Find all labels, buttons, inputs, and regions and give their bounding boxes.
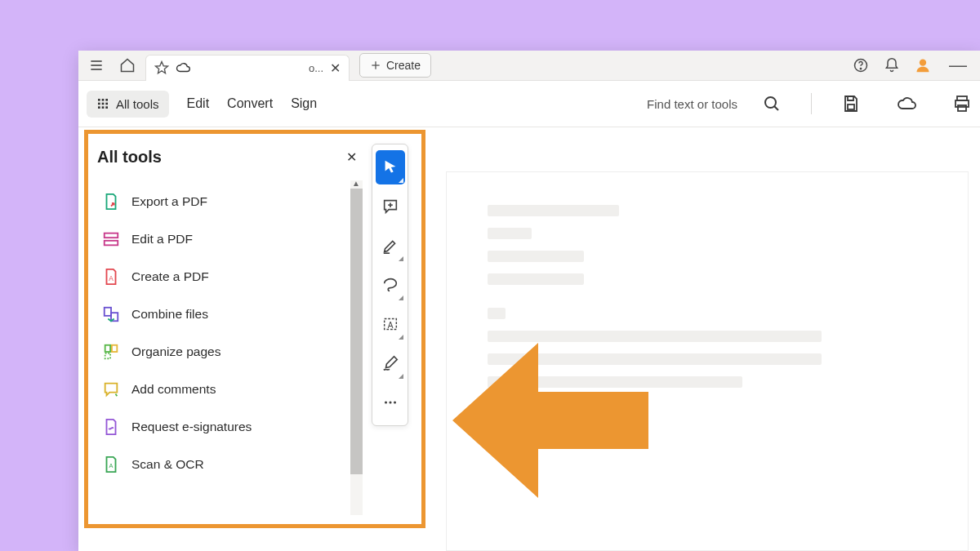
svg-text:A: A bbox=[387, 321, 393, 330]
scan-ocr-icon: A bbox=[102, 455, 120, 473]
svg-point-7 bbox=[920, 60, 926, 66]
save-icon[interactable] bbox=[841, 94, 861, 113]
svg-rect-11 bbox=[98, 103, 100, 105]
scrollbar-thumb[interactable] bbox=[350, 189, 363, 474]
add-comments-icon bbox=[102, 380, 120, 398]
svg-point-17 bbox=[765, 97, 776, 108]
svg-rect-16 bbox=[105, 106, 108, 109]
export-pdf-icon bbox=[102, 193, 120, 211]
create-pdf-icon: A bbox=[102, 268, 120, 286]
tab-title-redacted bbox=[197, 60, 302, 75]
combine-files-icon bbox=[102, 305, 120, 323]
main-toolbar: All tools Edit Convert Sign Find text or… bbox=[78, 81, 980, 127]
app-window: o... ✕ Create — All tools Edit Convert S… bbox=[78, 51, 980, 551]
select-tool[interactable] bbox=[376, 150, 405, 184]
svg-rect-30 bbox=[105, 353, 110, 358]
all-tools-panel: All tools ✕ Export a PDF Edit a PDF A bbox=[87, 133, 359, 525]
tool-export-pdf[interactable]: Export a PDF bbox=[94, 183, 359, 220]
create-label: Create bbox=[386, 59, 421, 72]
panel-title: All tools bbox=[97, 148, 340, 167]
tool-add-comments[interactable]: Add comments bbox=[94, 371, 359, 408]
tab-title-suffix: o... bbox=[309, 62, 323, 74]
tool-scan-ocr[interactable]: A Scan & OCR bbox=[94, 446, 359, 483]
titlebar: o... ✕ Create — bbox=[78, 51, 980, 81]
search-placeholder-text[interactable]: Find text or tools bbox=[647, 97, 737, 111]
tool-edit-pdf[interactable]: Edit a PDF bbox=[94, 220, 359, 258]
all-tools-label: All tools bbox=[116, 97, 159, 111]
svg-rect-28 bbox=[105, 345, 110, 352]
sign-tool[interactable] bbox=[376, 346, 405, 380]
svg-rect-23 bbox=[105, 233, 118, 238]
cloud-sync-icon[interactable] bbox=[897, 94, 916, 113]
bell-icon[interactable] bbox=[879, 52, 905, 78]
tool-label: Scan & OCR bbox=[131, 457, 204, 472]
panel-close-icon[interactable]: ✕ bbox=[340, 146, 363, 168]
window-minimize-button[interactable]: — bbox=[941, 55, 975, 76]
svg-point-37 bbox=[384, 401, 386, 403]
svg-rect-22 bbox=[958, 105, 966, 111]
svg-text:A: A bbox=[109, 462, 114, 469]
tool-label: Organize pages bbox=[131, 344, 220, 359]
text-select-tool[interactable]: A bbox=[376, 307, 405, 341]
more-tools[interactable] bbox=[376, 385, 405, 420]
menu-convert[interactable]: Convert bbox=[227, 96, 273, 111]
menu-edit[interactable]: Edit bbox=[187, 96, 210, 111]
tool-organize-pages[interactable]: Organize pages bbox=[94, 333, 359, 371]
svg-rect-8 bbox=[98, 99, 100, 101]
arrow-annotation bbox=[452, 335, 648, 506]
star-icon[interactable] bbox=[154, 60, 169, 75]
tool-label: Edit a PDF bbox=[131, 232, 193, 247]
comment-tool[interactable] bbox=[376, 189, 405, 224]
svg-rect-9 bbox=[102, 99, 105, 101]
svg-rect-14 bbox=[98, 106, 100, 109]
quick-tool-strip: A bbox=[372, 144, 408, 426]
request-esign-icon bbox=[102, 418, 120, 436]
tool-combine-files[interactable]: Combine files bbox=[94, 295, 359, 333]
menu-sign[interactable]: Sign bbox=[291, 96, 317, 111]
divider bbox=[811, 93, 812, 114]
svg-rect-13 bbox=[105, 103, 108, 105]
svg-rect-15 bbox=[102, 106, 105, 109]
tab-close-icon[interactable]: ✕ bbox=[330, 60, 341, 76]
svg-line-18 bbox=[774, 106, 778, 110]
svg-rect-12 bbox=[102, 103, 105, 105]
scroll-up-icon[interactable]: ▲ bbox=[352, 179, 360, 188]
svg-point-38 bbox=[389, 401, 391, 403]
account-avatar[interactable] bbox=[910, 52, 936, 78]
lasso-tool[interactable] bbox=[376, 268, 405, 302]
print-icon[interactable] bbox=[952, 94, 972, 113]
grid-icon bbox=[96, 97, 109, 110]
panel-scrollbar[interactable]: ▲ bbox=[350, 180, 363, 515]
tool-label: Export a PDF bbox=[131, 194, 207, 209]
document-tab[interactable]: o... ✕ bbox=[145, 55, 350, 81]
svg-point-6 bbox=[860, 69, 861, 69]
svg-rect-26 bbox=[105, 308, 111, 316]
home-icon[interactable] bbox=[114, 52, 140, 78]
search-icon[interactable] bbox=[762, 94, 782, 113]
create-button[interactable]: Create bbox=[359, 53, 431, 78]
svg-rect-19 bbox=[848, 104, 854, 109]
svg-rect-29 bbox=[112, 345, 117, 352]
svg-point-39 bbox=[393, 401, 395, 403]
svg-rect-10 bbox=[105, 99, 108, 101]
tool-list: Export a PDF Edit a PDF A Create a PDF C… bbox=[94, 180, 359, 487]
edit-pdf-icon bbox=[102, 230, 120, 248]
plus-icon bbox=[370, 60, 381, 71]
hamburger-menu-icon[interactable] bbox=[83, 52, 109, 78]
tool-label: Add comments bbox=[131, 382, 216, 397]
organize-pages-icon bbox=[102, 343, 120, 361]
all-tools-button[interactable]: All tools bbox=[87, 91, 169, 118]
tool-label: Combine files bbox=[131, 307, 208, 322]
svg-text:A: A bbox=[109, 275, 114, 282]
tool-label: Request e-signatures bbox=[131, 420, 252, 434]
help-icon[interactable] bbox=[848, 52, 874, 78]
tool-label: Create a PDF bbox=[131, 269, 209, 284]
tool-create-pdf[interactable]: A Create a PDF bbox=[94, 258, 359, 295]
highlight-tool[interactable] bbox=[376, 229, 405, 263]
svg-rect-24 bbox=[105, 241, 118, 246]
cloud-icon bbox=[176, 60, 190, 75]
tool-request-esign[interactable]: Request e-signatures bbox=[94, 408, 359, 446]
